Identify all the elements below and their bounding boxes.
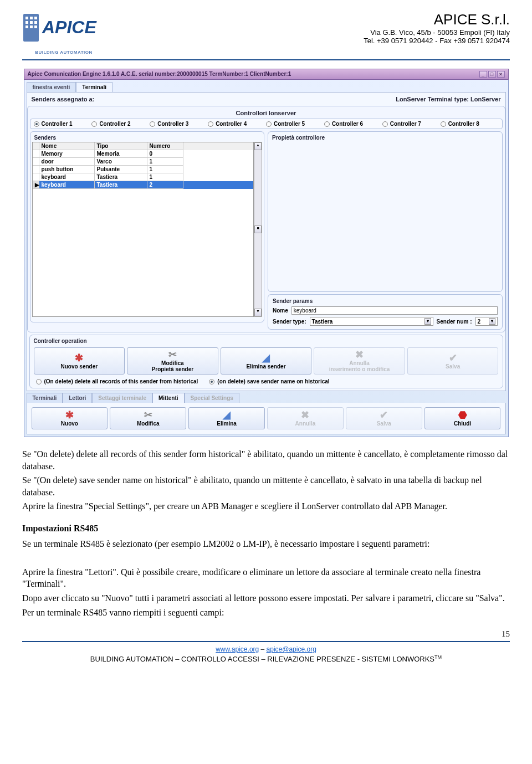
chevron-down-icon: ▾ [424,318,431,325]
paragraph: Se "(On delete) save sender name on hist… [22,474,510,498]
controller-6-label: Controller 6 [332,121,363,127]
app-screenshot: Apice Comunication Engine 1.6.1.0 A.C.E.… [24,69,509,437]
nome-input[interactable] [291,306,498,315]
controllers-title: Controllori lonserver [30,109,503,119]
controller-1-label: Controller 1 [42,121,73,127]
table-row[interactable]: doorVarco1 [33,158,254,166]
controller-8-radio[interactable]: Controller 8 [441,121,499,127]
logo-subtitle: BUILDING AUTOMATION [35,50,93,55]
elimina-sender-button[interactable]: ◢Elimina sender [221,347,312,375]
maximize-icon[interactable]: □ [488,71,496,78]
modifica-button[interactable]: ✂Modifica [110,407,186,429]
table-row[interactable]: ▶keyboardTastiera2 [33,181,254,189]
website-link[interactable]: www.apice.org [216,645,259,653]
svg-rect-3 [34,17,37,19]
company-info: APICE S.r.l. Via G.B. Vico, 45/b - 50053… [364,11,510,45]
paragraph: Dopo aver cliccato su "Nuovo" tutti i pa… [22,592,510,604]
main-tabs: finestra eventi Terminali [27,82,506,92]
annulla-button[interactable]: ✖Annullainserimento o modifica [314,347,405,375]
paragraph: Aprire la finestra "Special Settings", p… [22,500,510,512]
company-tel: Tel. +39 0571 920442 - Fax +39 0571 9204… [364,37,510,45]
lonserver-type-label: LonServer Terminal type: LonServer [396,96,500,102]
star-icon: ✱ [65,410,74,420]
scroll-down-icon[interactable]: ▼ [254,309,262,316]
salva-button-2[interactable]: ✔Salva [346,407,422,429]
nuovo-sender-button[interactable]: ✱Nuovo sender [34,347,125,375]
controller-3-label: Controller 3 [157,121,188,127]
company-name: APICE S.r.l. [364,11,510,28]
controller-4-radio[interactable]: Controller 4 [208,121,266,127]
tab-terminali-2[interactable]: Terminali [27,393,63,403]
stop-icon: ⬣ [458,410,467,420]
senders-assigned-label: Senders assegnato a: [32,96,95,102]
delete-all-records-radio[interactable]: (On delete) delete all records of this s… [36,378,198,384]
tab-lettori[interactable]: Lettori [63,393,92,403]
tab-terminali[interactable]: Terminali [76,82,112,92]
senders-group-title: Senders [32,134,263,142]
sender-type-label: Sender type: [273,319,306,325]
page-header: APICE BUILDING AUTOMATION APICE S.r.l. V… [22,11,510,60]
titlebar: Apice Comunication Engine 1.6.1.0 A.C.E.… [24,69,509,80]
paragraph: Per un terminale RS485 vanno riempiti i … [22,607,510,619]
controller-4-label: Controller 4 [216,121,247,127]
col-tipo: Tipo [95,142,147,150]
controller-2-label: Controller 2 [99,121,130,127]
scroll-up-icon[interactable]: ▲ [254,142,262,150]
minimize-icon[interactable]: _ [479,71,487,78]
svg-rect-6 [34,21,37,24]
paragraph: Se un terminale RS485 è selezionato (per… [22,538,510,550]
sender-type-dropdown[interactable]: Tastiera▾ [310,317,433,326]
sender-num-dropdown[interactable]: 2▾ [475,317,498,326]
logo-icon: APICE [22,11,105,49]
controller-5-radio[interactable]: Controller 5 [266,121,324,127]
chiudi-button[interactable]: ⬣Chiudi [424,407,501,429]
save-sender-name-radio[interactable]: (on delete) save sender name on historic… [209,378,329,384]
check-icon: ✔ [380,410,388,420]
svg-text:APICE: APICE [42,17,97,37]
eraser-icon: ◢ [262,353,270,363]
tools-icon: ✂ [168,350,177,360]
nuovo-button[interactable]: ✱Nuovo [32,407,108,429]
svg-rect-1 [25,17,28,19]
tab-finestra-eventi[interactable]: finestra eventi [27,82,76,92]
table-row[interactable]: keyboardTastiera1 [33,173,254,181]
controller-6-radio[interactable]: Controller 6 [324,121,382,127]
controller-2-radio[interactable]: Controller 2 [91,121,150,127]
scroll-mid-icon[interactable]: ■ [254,225,262,233]
controller-5-label: Controller 5 [274,121,305,127]
window-title: Apice Comunication Engine 1.6.1.0 A.C.E.… [28,71,479,78]
sender-params-title: Sender params [270,297,500,305]
svg-rect-8 [30,25,33,28]
section-heading: Impostazioni RS485 [22,522,510,535]
table-row[interactable]: push buttonPulsante1 [33,166,254,173]
controller-1-radio[interactable]: Controller 1 [34,121,92,127]
controller-props-title: Propietà controllore [270,134,500,142]
controller-8-label: Controller 8 [448,121,479,127]
tab-mittenti[interactable]: Mittenti [152,393,185,403]
elimina-button[interactable]: ◢Elimina [188,407,265,429]
salva-button[interactable]: ✔Salva [407,347,499,375]
senders-table-header: Nome Tipo Numero [33,142,254,150]
tools-icon: ✂ [144,410,152,420]
table-row[interactable]: MemoryMemoria0 [33,150,254,158]
secondary-tabs: Terminali Lettori Settaggi terminale Mit… [27,393,506,403]
controller-7-radio[interactable]: Controller 7 [382,121,441,127]
scrollbar[interactable]: ▲ ■ ▼ [254,142,262,317]
close-icon[interactable]: × [497,71,505,78]
svg-rect-7 [25,25,28,28]
svg-rect-2 [30,17,33,19]
tab-special-settings[interactable]: Special Settings [185,393,239,403]
annulla-button-2[interactable]: ✖Annulla [267,407,344,429]
company-address: Via G.B. Vico, 45/b - 50053 Empoli (FI) … [364,28,510,37]
modifica-sender-button[interactable]: ✂ModificaPropietà sender [127,347,218,375]
trademark: TM [434,654,442,660]
nome-label: Nome [273,307,288,314]
logo: APICE BUILDING AUTOMATION [22,11,105,55]
body-text: Se "On delete) delete all records of thi… [22,448,510,618]
svg-rect-9 [34,25,37,28]
email-link[interactable]: apice@apice.org [267,645,316,653]
tab-settaggi[interactable]: Settaggi terminale [92,393,152,403]
controller-operation-title: Controller operation [32,337,501,345]
controller-3-radio[interactable]: Controller 3 [150,121,208,127]
footer-tagline: BUILDING AUTOMATION – CONTROLLO ACCESSI … [90,655,434,663]
